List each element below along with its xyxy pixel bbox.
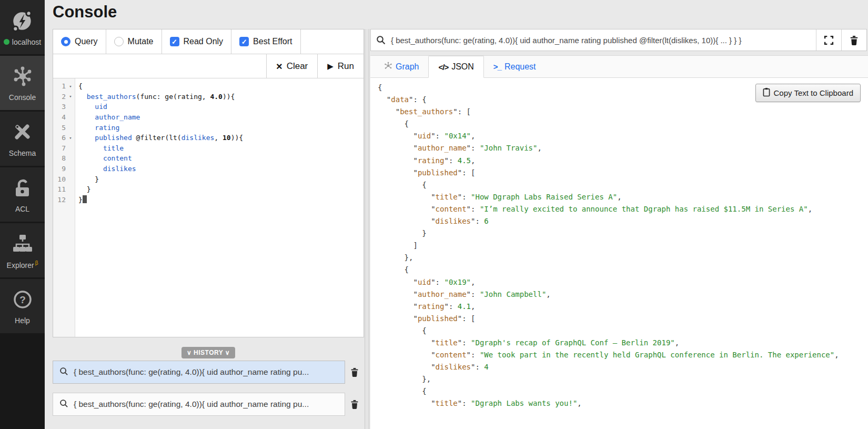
code-line[interactable]: }: [75, 175, 99, 183]
results-panel: { best_authors(func: ge(rating, 4.0)){ u…: [370, 29, 868, 429]
code-brackets-icon: </>: [438, 63, 448, 72]
sidebar-item-label: Schema: [9, 149, 36, 157]
sidebar-item-console[interactable]: Console: [0, 56, 45, 110]
sidebar-item-label: Help: [15, 316, 30, 325]
history-item-2: { best_authors(func: ge(rating, 4.0)){ u…: [53, 393, 364, 416]
lock-open-icon: [11, 176, 34, 201]
radio-unselected-icon[interactable]: [114, 37, 124, 46]
executed-query-bar: { best_authors(func: ge(rating, 4.0)){ u…: [370, 29, 867, 51]
line-number: 10: [53, 175, 66, 183]
clipboard-icon: [763, 87, 770, 98]
sidebar-item-label: ACL: [15, 205, 29, 213]
code-line[interactable]: dislikes: [75, 165, 136, 173]
console-graph-icon: [11, 65, 34, 89]
code-line[interactable]: }: [75, 195, 87, 204]
history-query[interactable]: { best_authors(func: ge(rating, 4.0)){ u…: [53, 393, 345, 416]
terminal-prompt-icon: >_: [493, 62, 501, 71]
checkbox-checked-icon[interactable]: ✓: [170, 37, 179, 46]
code-line[interactable]: content: [75, 154, 132, 162]
line-number: 6: [53, 134, 66, 142]
sidebar-item-label: Console: [9, 93, 36, 102]
search-icon: [371, 29, 391, 51]
code-line[interactable]: uid: [75, 103, 107, 111]
page-title: Console: [53, 3, 117, 22]
code-line[interactable]: published @filter(lt(dislikes, 10)){: [75, 134, 243, 142]
fold-arrow-icon[interactable]: ▾: [66, 135, 75, 141]
line-number: 4: [53, 113, 66, 121]
best-effort-checkbox[interactable]: ✓ Best Effort: [231, 29, 300, 54]
delete-history-button[interactable]: [345, 361, 364, 384]
clear-x-icon: ×: [276, 61, 282, 72]
results-card: Graph </> JSON >_ Request { "data": { "b…: [370, 55, 868, 429]
sidebar: localhost Console: [0, 0, 45, 429]
line-number: 11: [53, 185, 66, 193]
code-line[interactable]: author_name: [75, 113, 140, 121]
code-line[interactable]: rating: [75, 124, 119, 132]
json-response-view: { "data": { "best_authors": [ { "uid": "…: [370, 78, 868, 429]
tab-request[interactable]: >_ Request: [484, 56, 546, 77]
code-line[interactable]: title: [75, 144, 124, 152]
json-response-text: { "data": { "best_authors": [ { "uid": "…: [370, 78, 868, 412]
fold-arrow-icon[interactable]: ▾: [66, 94, 75, 99]
code-line[interactable]: {: [75, 82, 83, 90]
sidebar-item-acl[interactable]: ACL: [0, 167, 45, 222]
line-number: 12: [53, 196, 66, 204]
query-radio[interactable]: Query: [53, 29, 106, 54]
query-options-toolbar: Query Mutate ✓ Read Only ✓ Best Effort: [53, 29, 364, 54]
line-number: 8: [53, 154, 66, 162]
text-cursor: [83, 195, 87, 203]
mutate-radio[interactable]: Mutate: [106, 29, 162, 54]
connection-status-dot: [4, 39, 9, 45]
code-line[interactable]: }: [75, 185, 90, 193]
query-editor-lines[interactable]: 1▾{2▾ best_authors(func: ge(rating, 4.0)…: [53, 78, 364, 205]
query-editor[interactable]: 1▾{2▾ best_authors(func: ge(rating, 4.0)…: [53, 78, 364, 337]
history-divider: ∨ HISTORY ∨: [53, 347, 364, 358]
tab-json[interactable]: </> JSON: [428, 56, 483, 78]
graph-hub-icon: [384, 62, 392, 72]
line-number: 7: [53, 144, 66, 152]
sidebar-item-explorer[interactable]: Explorerβ: [0, 223, 45, 277]
editor-actions-toolbar: × Clear ▶ Run: [53, 54, 364, 78]
fold-arrow-icon[interactable]: ▾: [66, 84, 75, 89]
svg-text:?: ?: [19, 294, 26, 305]
delete-history-button[interactable]: [345, 393, 364, 416]
tab-graph[interactable]: Graph: [375, 56, 428, 77]
checkbox-checked-icon[interactable]: ✓: [239, 37, 249, 46]
executed-query-text[interactable]: { best_authors(func: ge(rating, 4.0)){ u…: [391, 29, 816, 51]
dgraph-logo-icon: [11, 8, 35, 34]
fullscreen-button[interactable]: [816, 29, 841, 51]
radio-selected-icon[interactable]: [61, 37, 70, 46]
history-toggle[interactable]: ∨ HISTORY ∨: [181, 347, 235, 358]
question-circle-icon: ?: [11, 288, 34, 313]
sitemap-icon: [11, 232, 34, 256]
line-number: 2: [53, 93, 66, 101]
line-number: 5: [53, 124, 66, 132]
line-number: 9: [53, 165, 66, 173]
read-only-checkbox[interactable]: ✓ Read Only: [162, 29, 232, 54]
sidebar-item-schema[interactable]: Schema: [0, 112, 45, 166]
run-button[interactable]: ▶ Run: [317, 54, 364, 78]
line-number: 3: [53, 103, 66, 111]
panel-resize-handle[interactable]: [365, 29, 369, 429]
search-icon: [59, 367, 68, 378]
sidebar-item-help[interactable]: ? Help: [0, 279, 45, 333]
search-icon: [59, 399, 68, 410]
query-panel: Query Mutate ✓ Read Only ✓ Best Effort ×…: [53, 29, 364, 337]
beta-badge: β: [35, 260, 38, 266]
line-number: 1: [53, 82, 66, 90]
run-play-icon: ▶: [327, 62, 334, 70]
copy-to-clipboard-button[interactable]: Copy Text to Clipboard: [755, 84, 861, 102]
clear-button[interactable]: × Clear: [266, 54, 317, 78]
code-line[interactable]: best_authors(func: ge(rating, 4.0)){: [75, 93, 235, 101]
history-query[interactable]: { best_authors(func: ge(rating, 4.0)){ u…: [53, 361, 345, 384]
ratel-console-screen: localhost Console: [0, 0, 868, 429]
sidebar-item-label: Explorerβ: [7, 260, 38, 270]
sidebar-item-localhost[interactable]: localhost: [0, 0, 45, 54]
delete-result-button[interactable]: [841, 29, 866, 51]
sidebar-item-label: localhost: [12, 38, 41, 46]
history-item-1: { best_authors(func: ge(rating, 4.0)){ u…: [53, 361, 364, 384]
results-tab-bar: Graph </> JSON >_ Request: [370, 56, 868, 78]
schema-tools-icon: [11, 121, 34, 145]
